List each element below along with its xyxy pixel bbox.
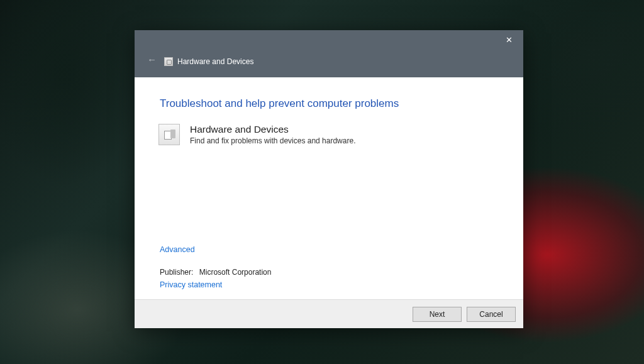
item-description: Find and fix problems with devices and h…: [190, 136, 355, 145]
publisher-row: Publisher: Microsoft Corporation: [160, 268, 498, 277]
privacy-statement-link[interactable]: Privacy statement: [160, 280, 498, 289]
app-icon: [164, 57, 173, 66]
close-icon: ✕: [506, 36, 513, 44]
item-text-block: Hardware and Devices Find and fix proble…: [190, 124, 355, 145]
back-icon: ←: [143, 53, 160, 66]
troubleshoot-item: Hardware and Devices Find and fix proble…: [160, 124, 498, 145]
next-button[interactable]: Next: [413, 307, 462, 322]
item-title: Hardware and Devices: [190, 124, 355, 135]
close-button[interactable]: ✕: [495, 30, 523, 49]
content-area: Troubleshoot and help prevent computer p…: [135, 77, 523, 299]
device-icon: [158, 124, 180, 145]
publisher-value: Microsoft Corporation: [199, 268, 272, 277]
page-heading: Troubleshoot and help prevent computer p…: [160, 97, 498, 110]
footer-bar: Next Cancel: [135, 299, 523, 328]
advanced-link[interactable]: Advanced: [160, 245, 498, 254]
window-title: Hardware and Devices: [177, 57, 253, 66]
troubleshoot-window: ← Hardware and Devices ✕ Troubleshoot an…: [135, 30, 523, 328]
titlebar: ← Hardware and Devices ✕: [135, 30, 523, 77]
cancel-button[interactable]: Cancel: [467, 307, 516, 322]
publisher-label: Publisher:: [160, 268, 193, 277]
